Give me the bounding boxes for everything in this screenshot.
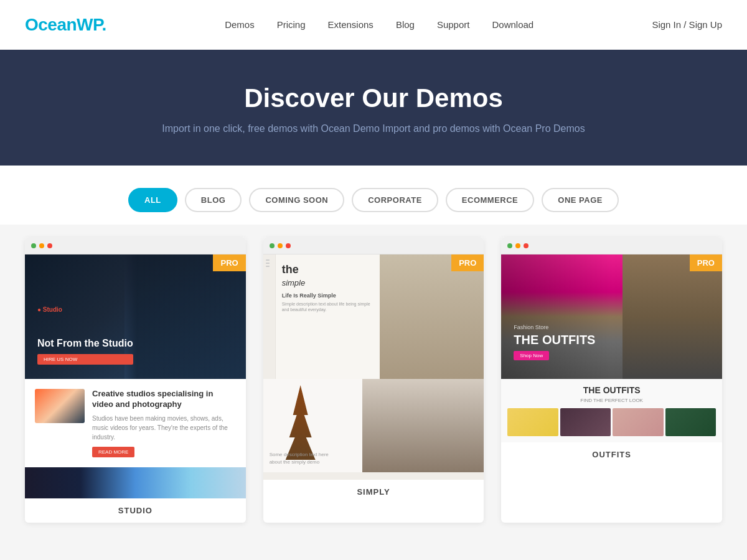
simply-lower-preview: Some description text here about the sim… bbox=[263, 379, 484, 472]
hero-section: Discover Our Demos Import in one click, … bbox=[0, 50, 747, 166]
simply-sidebar-dot-3 bbox=[266, 266, 270, 267]
studio-info-desc: Studios have been making movies, shows, … bbox=[92, 414, 236, 442]
nav-support[interactable]: Support bbox=[437, 19, 470, 30]
browser-dot-orange-outfits bbox=[515, 243, 520, 248]
studio-text-overlay: ● Studio Not From the Studio HIRE US NOW bbox=[37, 306, 133, 365]
nav-demos[interactable]: Demos bbox=[225, 19, 255, 30]
logo-dot: . bbox=[102, 15, 106, 34]
studio-info-title: Creative studios specialising in video a… bbox=[92, 389, 236, 410]
demo-card-simply-inner: PRO thesimple Life Is Really Simple Simp… bbox=[263, 237, 484, 480]
demo-card-studio[interactable]: PRO ● Studio Not From the Studio HIRE US… bbox=[25, 237, 246, 523]
outfits-text: Fashion Store THE OUTFITS Shop Now bbox=[514, 324, 595, 360]
outfits-lower-title: THE OUTFITS bbox=[507, 385, 716, 395]
browser-dot-red bbox=[47, 243, 52, 248]
demos-grid: PRO ● Studio Not From the Studio HIRE US… bbox=[25, 237, 722, 523]
simply-tagline: Life Is Really Simple bbox=[282, 292, 374, 299]
outfits-shop-btn[interactable]: Shop Now bbox=[514, 351, 549, 360]
outfits-label: OUTFITS bbox=[501, 442, 722, 467]
studio-label: STUDIO bbox=[25, 498, 246, 523]
simply-strip bbox=[263, 472, 484, 480]
logo-text: OceanWP bbox=[25, 15, 102, 34]
simply-sidebar bbox=[263, 254, 276, 379]
browser-bar-simply bbox=[263, 237, 484, 254]
filter-all[interactable]: ALL bbox=[128, 188, 177, 212]
nav-pricing[interactable]: Pricing bbox=[277, 19, 306, 30]
studio-preview: ● Studio Not From the Studio HIRE US NOW bbox=[25, 254, 246, 379]
simply-person2 bbox=[362, 379, 484, 472]
studio-person-img bbox=[125, 254, 246, 379]
main-nav: Demos Pricing Extensions Blog Support Do… bbox=[225, 19, 533, 30]
simply-brand: thesimple bbox=[282, 264, 374, 289]
simply-person bbox=[380, 254, 484, 379]
demos-section: PRO ● Studio Not From the Studio HIRE US… bbox=[0, 225, 747, 548]
filter-ecommerce[interactable]: ECOMMERCE bbox=[446, 188, 534, 212]
browser-bar-outfits bbox=[501, 237, 722, 254]
pro-badge-simply: PRO bbox=[451, 254, 484, 271]
browser-dot-orange bbox=[39, 243, 44, 248]
outfits-lower-sub: FIND THE PERFECT LOOK bbox=[507, 398, 716, 403]
simply-preview: thesimple Life Is Really Simple Simple d… bbox=[263, 254, 484, 379]
filter-one-page[interactable]: ONE PAGE bbox=[542, 188, 619, 212]
studio-read-more[interactable]: READ MORE bbox=[92, 447, 134, 457]
outfits-thumb-1 bbox=[507, 408, 558, 436]
studio-logo-small: ● Studio bbox=[37, 306, 133, 313]
simply-sidebar-dot-2 bbox=[266, 263, 270, 264]
simply-text-lower: Some description text here about the sim… bbox=[270, 451, 329, 466]
demo-card-outfits-inner: PRO Fashion Store THE OUTFITS Shop Now T… bbox=[501, 237, 722, 442]
nav-extensions[interactable]: Extensions bbox=[328, 19, 374, 30]
simply-right-lower bbox=[362, 379, 484, 472]
studio-hero-title: Not From the Studio bbox=[37, 338, 133, 349]
outfits-person bbox=[622, 254, 722, 379]
simply-tree bbox=[282, 385, 319, 460]
demo-card-studio-inner: PRO ● Studio Not From the Studio HIRE US… bbox=[25, 237, 246, 498]
studio-cta-btn: HIRE US NOW bbox=[37, 354, 133, 365]
simply-label: SIMPLY bbox=[263, 480, 484, 504]
filter-coming-soon[interactable]: COMING SOON bbox=[249, 188, 344, 212]
hero-subtitle: Import in one click, free demos with Oce… bbox=[25, 123, 722, 134]
pro-badge-outfits: PRO bbox=[690, 254, 722, 271]
filter-blog[interactable]: BLOG bbox=[185, 188, 242, 212]
browser-dot-green-outfits bbox=[507, 243, 512, 248]
filter-section: ALL BLOG COMING SOON CORPORATE ECOMMERCE… bbox=[0, 166, 747, 225]
outfits-thumb-4 bbox=[665, 408, 716, 436]
nav-blog[interactable]: Blog bbox=[396, 19, 415, 30]
outfits-preview: Fashion Store THE OUTFITS Shop Now bbox=[501, 254, 722, 379]
pro-badge-studio: PRO bbox=[213, 254, 245, 271]
outfits-thumbs bbox=[507, 408, 716, 436]
filter-corporate[interactable]: CORPORATE bbox=[352, 188, 438, 212]
browser-bar-studio bbox=[25, 237, 246, 254]
studio-thumb bbox=[35, 389, 85, 423]
outfits-thumb-2 bbox=[560, 408, 611, 436]
browser-dot-red-simply bbox=[286, 243, 291, 248]
studio-strip bbox=[25, 467, 246, 498]
browser-dot-green-simply bbox=[270, 243, 275, 248]
browser-dot-green bbox=[31, 243, 36, 248]
site-logo[interactable]: OceanWP. bbox=[25, 15, 106, 35]
studio-info: Creative studios specialising in video a… bbox=[92, 389, 236, 457]
site-header: OceanWP. Demos Pricing Extensions Blog S… bbox=[0, 0, 747, 50]
demo-card-simply[interactable]: PRO thesimple Life Is Really Simple Simp… bbox=[263, 237, 484, 523]
outfits-small-text: Fashion Store bbox=[514, 324, 595, 330]
nav-download[interactable]: Download bbox=[492, 19, 533, 30]
simply-sidebar-dot bbox=[266, 259, 270, 261]
browser-dot-orange-simply bbox=[278, 243, 283, 248]
sign-in-link[interactable]: Sign In / Sign Up bbox=[652, 19, 722, 30]
outfits-thumb-3 bbox=[613, 408, 663, 436]
simply-desc: Simple description text about life being… bbox=[282, 301, 374, 314]
demo-card-outfits[interactable]: PRO Fashion Store THE OUTFITS Shop Now T… bbox=[501, 237, 722, 523]
studio-lower: Creative studios specialising in video a… bbox=[25, 379, 246, 467]
outfits-lower: THE OUTFITS FIND THE PERFECT LOOK bbox=[501, 379, 722, 442]
browser-dot-red-outfits bbox=[524, 243, 529, 248]
hero-title: Discover Our Demos bbox=[25, 83, 722, 113]
simply-right bbox=[380, 254, 484, 379]
simply-left: thesimple Life Is Really Simple Simple d… bbox=[276, 254, 380, 379]
outfits-hero-title: THE OUTFITS bbox=[514, 333, 595, 347]
simply-main: thesimple Life Is Really Simple Simple d… bbox=[276, 254, 484, 379]
